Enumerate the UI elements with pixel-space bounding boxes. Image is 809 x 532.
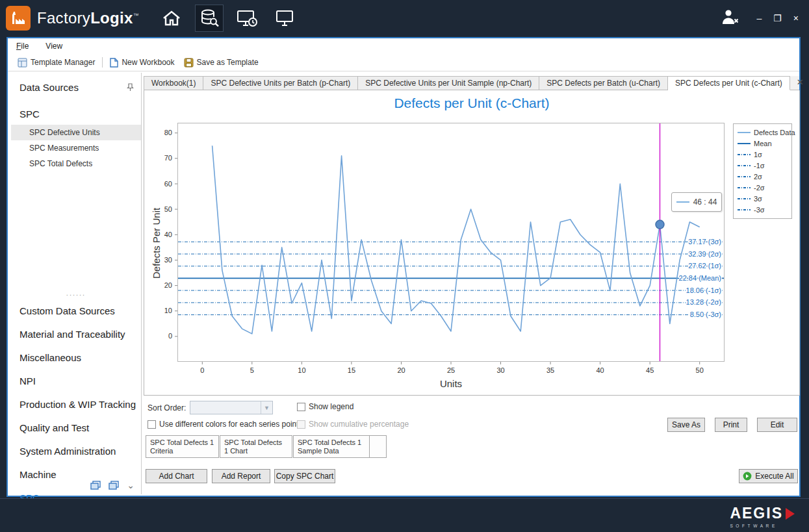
svg-text:30: 30 bbox=[164, 256, 172, 264]
new-workbook-icon bbox=[110, 58, 118, 68]
svg-text:25: 25 bbox=[447, 366, 455, 374]
tab-p-chart[interactable]: SPC Defective Units per Batch (p-Chart) bbox=[203, 76, 358, 90]
svg-text:5: 5 bbox=[250, 366, 254, 374]
main-window: File View Template Manager New Workbook bbox=[6, 37, 801, 497]
edit-button[interactable]: Edit bbox=[757, 418, 797, 432]
sort-order-select[interactable]: ▼ bbox=[190, 401, 273, 414]
titlebar: FactoryLogix™ bbox=[0, 0, 809, 36]
monitor-icon bbox=[275, 9, 294, 27]
svg-text:13.28 (-2σ): 13.28 (-2σ) bbox=[686, 298, 721, 306]
aegis-brand-text: AEGIS bbox=[730, 505, 783, 522]
chart-panel: Defects per Unit (c-Chart) Defects Per U… bbox=[144, 90, 800, 396]
sidebar-item-spc-defective-units[interactable]: SPC Defective Units bbox=[11, 125, 141, 140]
menu-file[interactable]: File bbox=[16, 42, 29, 51]
home-icon bbox=[162, 10, 181, 27]
legend-item: -2σ bbox=[738, 183, 788, 193]
svg-text:0: 0 bbox=[168, 332, 172, 340]
sidebar-item-spc-total-defects[interactable]: SPC Total Defects bbox=[11, 156, 141, 171]
save-as-template-button[interactable]: Save as Template bbox=[179, 56, 263, 70]
svg-text:8.50 (-3σ): 8.50 (-3σ) bbox=[690, 310, 721, 318]
sidebar-cat-custom-data-sources[interactable]: Custom Data Sources bbox=[11, 299, 141, 323]
sidebar-cat-system-admin[interactable]: System Administration bbox=[11, 440, 141, 463]
toolbar-separator bbox=[102, 57, 103, 68]
layers-icon[interactable] bbox=[90, 481, 101, 490]
sidebar-item-spc-measurements[interactable]: SPC Measurements bbox=[11, 140, 141, 156]
close-button[interactable]: × bbox=[793, 14, 799, 23]
svg-text:80: 80 bbox=[164, 129, 172, 136]
sidebar-splitter[interactable]: ...... bbox=[11, 284, 141, 299]
minimize-button[interactable]: – bbox=[756, 14, 762, 23]
copy-spc-chart-button[interactable]: Copy SPC Chart bbox=[274, 469, 335, 483]
add-chart-button[interactable]: Add Chart bbox=[146, 469, 207, 483]
legend-item: 2σ bbox=[738, 172, 788, 182]
home-button[interactable] bbox=[157, 5, 186, 32]
svg-text:40: 40 bbox=[596, 366, 604, 374]
show-legend-checkbox[interactable]: Show legend bbox=[297, 402, 353, 411]
tab-close-icon[interactable]: ✕ bbox=[790, 77, 809, 90]
production-monitor-button[interactable] bbox=[233, 5, 261, 32]
print-button[interactable]: Print bbox=[715, 418, 747, 432]
add-report-button[interactable]: Add Report bbox=[212, 469, 270, 483]
spc-chart-svg[interactable]: 051015202530354045500102030405060708037.… bbox=[148, 119, 732, 377]
sidebar-cat-production-wip[interactable]: Production & WIP Tracking bbox=[11, 393, 141, 416]
subtab-criteria[interactable]: SPC Total Defects 1 Criteria bbox=[146, 435, 219, 458]
subtab-chart[interactable]: SPC Total Defects 1 Chart bbox=[220, 435, 292, 458]
tab-np-chart[interactable]: SPC Defective Units per Unit Sample (np-… bbox=[358, 76, 539, 90]
layers2-icon[interactable] bbox=[109, 481, 119, 490]
sidebar-cat-npi[interactable]: NPI bbox=[11, 370, 141, 393]
x-axis-label: Units bbox=[177, 378, 725, 389]
new-workbook-button[interactable]: New Workbook bbox=[105, 56, 179, 70]
window-controls: – ❐ × bbox=[756, 14, 799, 23]
use-different-colors-checkbox[interactable]: Use different colors for each series poi… bbox=[148, 420, 299, 429]
aegis-software-text: SOFTWARE bbox=[730, 524, 795, 528]
pin-icon[interactable] bbox=[126, 83, 135, 92]
subtab-sample-data[interactable]: SPC Total Defects 1 Sample Data bbox=[293, 435, 370, 458]
svg-text:37.17 (3σ): 37.17 (3σ) bbox=[688, 238, 721, 246]
tab-workbook1[interactable]: Workbook(1) bbox=[144, 76, 203, 90]
toolbar: Template Manager New Workbook Save as Te… bbox=[8, 54, 799, 71]
maximize-button[interactable]: ❐ bbox=[773, 14, 782, 23]
legend-item: -1σ bbox=[738, 160, 788, 170]
sort-order-label: Sort Order: bbox=[148, 403, 186, 412]
svg-text:50: 50 bbox=[164, 205, 172, 213]
svg-text:15: 15 bbox=[348, 366, 355, 374]
svg-text:40: 40 bbox=[164, 231, 172, 238]
display-button[interactable] bbox=[270, 5, 299, 32]
aegis-logo: AEGIS SOFTWARE bbox=[730, 505, 795, 528]
tab-u-chart[interactable]: SPC Defects per Batch (u-Chart) bbox=[539, 76, 668, 90]
legend-item: 3σ bbox=[738, 194, 788, 204]
execute-icon bbox=[743, 472, 752, 481]
chart-title: Defects per Unit (c-Chart) bbox=[144, 95, 799, 111]
svg-text:20: 20 bbox=[164, 281, 172, 289]
execute-all-button[interactable]: Execute All bbox=[739, 469, 798, 483]
aegis-arrow-icon bbox=[786, 508, 795, 520]
svg-text:10: 10 bbox=[164, 307, 172, 314]
svg-text:30: 30 bbox=[496, 366, 504, 374]
sidebar-title: Data Sources bbox=[19, 82, 79, 93]
sidebar-cat-material-traceability[interactable]: Material and Traceability bbox=[11, 323, 141, 346]
database-search-icon bbox=[199, 8, 219, 28]
svg-text:0: 0 bbox=[200, 366, 204, 374]
sidebar-cat-miscellaneous[interactable]: Miscellaneous bbox=[11, 346, 141, 370]
chevron-down-icon[interactable]: ⌄ bbox=[127, 480, 135, 490]
menu-view[interactable]: View bbox=[45, 42, 62, 51]
sidebar-cat-quality-test[interactable]: Quality and Test bbox=[11, 416, 141, 440]
combo-chevron-icon: ▼ bbox=[261, 401, 272, 414]
tab-c-chart[interactable]: SPC Defects per Unit (c-Chart) bbox=[668, 76, 790, 90]
data-analysis-button[interactable] bbox=[195, 5, 224, 32]
workbook-tabstrip: Workbook(1) SPC Defective Units per Batc… bbox=[144, 76, 799, 90]
svg-text:20: 20 bbox=[397, 366, 405, 374]
svg-text:35: 35 bbox=[546, 366, 554, 374]
svg-text:27.62 (1σ): 27.62 (1σ) bbox=[688, 262, 721, 270]
app-title: FactoryLogix™ bbox=[37, 9, 139, 27]
subtab-stub bbox=[370, 435, 387, 458]
template-manager-button[interactable]: Template Manager bbox=[13, 56, 99, 70]
monitor-clock-icon bbox=[237, 9, 257, 27]
save-as-button[interactable]: Save As bbox=[667, 418, 705, 432]
user-logout-icon bbox=[720, 8, 739, 25]
logout-user-button[interactable] bbox=[720, 8, 739, 28]
svg-text:22.84 (Mean): 22.84 (Mean) bbox=[679, 274, 721, 282]
datapoint-tooltip: 46 : 44 bbox=[671, 192, 722, 212]
tooltip-value: 46 : 44 bbox=[693, 197, 717, 207]
sidebar-section-spc[interactable]: SPC bbox=[11, 99, 141, 125]
